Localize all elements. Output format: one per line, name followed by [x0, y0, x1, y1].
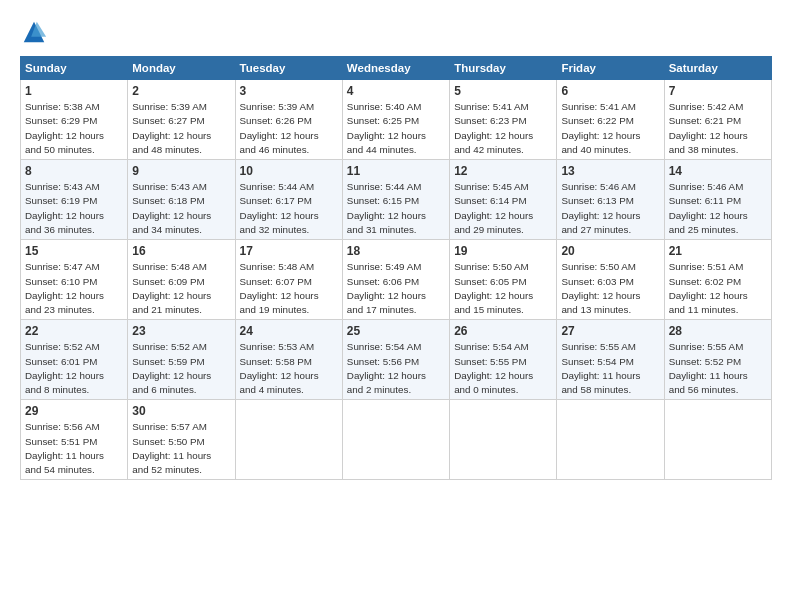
day-info: Sunrise: 5:39 AM: [132, 101, 207, 112]
header: [20, 18, 772, 46]
day-info: and 58 minutes.: [561, 384, 631, 395]
calendar-table: SundayMondayTuesdayWednesdayThursdayFrid…: [20, 56, 772, 480]
day-cell: 25Sunrise: 5:54 AMSunset: 5:56 PMDayligh…: [342, 320, 449, 400]
day-info: Sunset: 6:15 PM: [347, 195, 419, 206]
header-row: SundayMondayTuesdayWednesdayThursdayFrid…: [21, 57, 772, 80]
day-info: and 19 minutes.: [240, 304, 310, 315]
header-cell-wednesday: Wednesday: [342, 57, 449, 80]
day-info: Sunrise: 5:47 AM: [25, 261, 100, 272]
day-info: Sunset: 5:59 PM: [132, 356, 204, 367]
day-info: and 50 minutes.: [25, 144, 95, 155]
day-cell: 16Sunrise: 5:48 AMSunset: 6:09 PMDayligh…: [128, 240, 235, 320]
day-cell: [235, 400, 342, 480]
day-info: and 6 minutes.: [132, 384, 196, 395]
day-number: 13: [561, 163, 659, 179]
day-info: Sunset: 5:55 PM: [454, 356, 526, 367]
day-info: Daylight: 12 hours: [561, 210, 640, 221]
day-info: Daylight: 12 hours: [240, 130, 319, 141]
day-info: and 48 minutes.: [132, 144, 202, 155]
day-info: and 46 minutes.: [240, 144, 310, 155]
day-info: and 38 minutes.: [669, 144, 739, 155]
day-cell: 7Sunrise: 5:42 AMSunset: 6:21 PMDaylight…: [664, 80, 771, 160]
day-cell: 18Sunrise: 5:49 AMSunset: 6:06 PMDayligh…: [342, 240, 449, 320]
day-info: Daylight: 12 hours: [132, 290, 211, 301]
day-info: Sunset: 6:11 PM: [669, 195, 741, 206]
day-info: Daylight: 12 hours: [240, 370, 319, 381]
day-info: Daylight: 12 hours: [669, 290, 748, 301]
day-info: Daylight: 12 hours: [669, 210, 748, 221]
page: SundayMondayTuesdayWednesdayThursdayFrid…: [0, 0, 792, 612]
logo: [20, 18, 52, 46]
day-info: and 31 minutes.: [347, 224, 417, 235]
header-cell-thursday: Thursday: [450, 57, 557, 80]
day-number: 20: [561, 243, 659, 259]
day-info: Sunrise: 5:53 AM: [240, 341, 315, 352]
day-info: and 2 minutes.: [347, 384, 411, 395]
day-info: Sunrise: 5:51 AM: [669, 261, 744, 272]
day-info: Daylight: 11 hours: [25, 450, 104, 461]
header-cell-tuesday: Tuesday: [235, 57, 342, 80]
day-info: Daylight: 12 hours: [25, 210, 104, 221]
day-number: 14: [669, 163, 767, 179]
day-info: and 27 minutes.: [561, 224, 631, 235]
day-info: Sunrise: 5:50 AM: [454, 261, 529, 272]
day-number: 25: [347, 323, 445, 339]
day-cell: 6Sunrise: 5:41 AMSunset: 6:22 PMDaylight…: [557, 80, 664, 160]
day-info: Daylight: 12 hours: [25, 130, 104, 141]
day-info: and 13 minutes.: [561, 304, 631, 315]
day-info: Daylight: 12 hours: [25, 290, 104, 301]
header-cell-sunday: Sunday: [21, 57, 128, 80]
logo-icon: [20, 18, 48, 46]
day-info: Sunrise: 5:38 AM: [25, 101, 100, 112]
day-number: 12: [454, 163, 552, 179]
day-info: Sunset: 6:03 PM: [561, 276, 633, 287]
day-info: Sunset: 6:29 PM: [25, 115, 97, 126]
day-number: 11: [347, 163, 445, 179]
day-number: 30: [132, 403, 230, 419]
day-info: Sunrise: 5:43 AM: [25, 181, 100, 192]
day-cell: 30Sunrise: 5:57 AMSunset: 5:50 PMDayligh…: [128, 400, 235, 480]
day-info: Sunrise: 5:56 AM: [25, 421, 100, 432]
header-cell-saturday: Saturday: [664, 57, 771, 80]
day-info: Sunset: 6:27 PM: [132, 115, 204, 126]
day-info: Sunrise: 5:45 AM: [454, 181, 529, 192]
day-info: Sunset: 5:50 PM: [132, 436, 204, 447]
day-cell: [664, 400, 771, 480]
day-info: Sunrise: 5:55 AM: [669, 341, 744, 352]
day-cell: 14Sunrise: 5:46 AMSunset: 6:11 PMDayligh…: [664, 160, 771, 240]
day-info: Daylight: 11 hours: [669, 370, 748, 381]
day-info: and 34 minutes.: [132, 224, 202, 235]
day-info: Daylight: 12 hours: [347, 290, 426, 301]
day-cell: 28Sunrise: 5:55 AMSunset: 5:52 PMDayligh…: [664, 320, 771, 400]
day-cell: 8Sunrise: 5:43 AMSunset: 6:19 PMDaylight…: [21, 160, 128, 240]
day-number: 16: [132, 243, 230, 259]
day-number: 21: [669, 243, 767, 259]
day-info: Sunrise: 5:44 AM: [347, 181, 422, 192]
day-info: Daylight: 12 hours: [454, 130, 533, 141]
day-info: Daylight: 12 hours: [132, 210, 211, 221]
day-info: and 44 minutes.: [347, 144, 417, 155]
day-cell: [557, 400, 664, 480]
day-number: 28: [669, 323, 767, 339]
day-cell: 20Sunrise: 5:50 AMSunset: 6:03 PMDayligh…: [557, 240, 664, 320]
day-cell: 13Sunrise: 5:46 AMSunset: 6:13 PMDayligh…: [557, 160, 664, 240]
day-info: Daylight: 11 hours: [132, 450, 211, 461]
day-info: Daylight: 12 hours: [454, 370, 533, 381]
header-cell-monday: Monday: [128, 57, 235, 80]
day-info: Sunset: 6:01 PM: [25, 356, 97, 367]
header-cell-friday: Friday: [557, 57, 664, 80]
calendar-header: SundayMondayTuesdayWednesdayThursdayFrid…: [21, 57, 772, 80]
day-info: and 42 minutes.: [454, 144, 524, 155]
day-info: Sunset: 6:23 PM: [454, 115, 526, 126]
day-info: Sunrise: 5:41 AM: [561, 101, 636, 112]
day-info: Sunset: 5:54 PM: [561, 356, 633, 367]
day-number: 29: [25, 403, 123, 419]
day-number: 10: [240, 163, 338, 179]
day-info: Sunrise: 5:42 AM: [669, 101, 744, 112]
day-info: and 32 minutes.: [240, 224, 310, 235]
day-number: 18: [347, 243, 445, 259]
day-number: 15: [25, 243, 123, 259]
day-cell: 15Sunrise: 5:47 AMSunset: 6:10 PMDayligh…: [21, 240, 128, 320]
day-info: Sunrise: 5:54 AM: [454, 341, 529, 352]
day-info: Sunset: 5:56 PM: [347, 356, 419, 367]
